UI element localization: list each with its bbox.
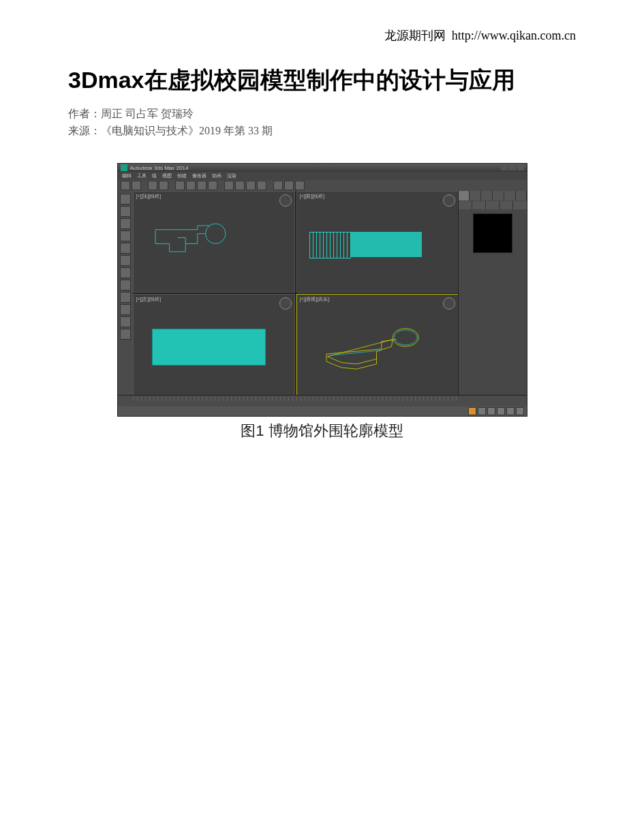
nav-icon[interactable] <box>487 407 495 415</box>
tool-icon[interactable] <box>120 304 131 315</box>
create-tab-icon[interactable] <box>459 191 470 200</box>
menu-bar[interactable]: 编辑 工具 组 视图 创建 修改器 动画 渲染 <box>118 172 527 180</box>
left-toolbar[interactable] <box>118 191 133 396</box>
site-name: 龙源期刊网 <box>384 29 446 42</box>
render-icon[interactable] <box>295 181 305 190</box>
maximize-icon[interactable] <box>509 165 516 170</box>
timeline-ruler[interactable] <box>133 397 459 401</box>
motion-tab-icon[interactable] <box>493 191 504 200</box>
viewcube-icon[interactable] <box>279 297 292 310</box>
viewport-label: [+][前][线框] <box>300 193 325 200</box>
author-label: 作者： <box>68 108 101 119</box>
time-slider-bar[interactable] <box>118 395 527 406</box>
rotate-icon[interactable] <box>197 181 206 190</box>
menu-item[interactable]: 创建 <box>177 173 187 179</box>
author-names: 周正 司占军 贺瑞玲 <box>101 108 194 119</box>
author-line: 作者：周正 司占军 贺瑞玲 <box>68 107 576 121</box>
command-panel[interactable] <box>458 191 527 406</box>
menu-item[interactable]: 视图 <box>162 173 172 179</box>
hierarchy-tab-icon[interactable] <box>481 191 492 200</box>
unlink-icon[interactable] <box>159 181 168 190</box>
menu-item[interactable]: 修改器 <box>192 173 206 179</box>
geometry-icon[interactable] <box>459 201 472 209</box>
svg-point-0 <box>206 224 226 243</box>
nav-icon[interactable] <box>497 407 505 415</box>
viewport-label: [+][透视][真实] <box>300 296 330 303</box>
tool-icon[interactable] <box>120 243 131 254</box>
nav-icon[interactable] <box>516 407 524 415</box>
helpers-icon[interactable] <box>513 201 526 209</box>
viewport-label: [+][顶][线框] <box>136 193 162 200</box>
close-icon[interactable] <box>517 165 524 170</box>
app-titlebar: Autodesk 3ds Max 2014 <box>118 164 527 172</box>
model-perspective <box>316 316 437 376</box>
play-icon[interactable] <box>478 407 486 415</box>
svg-point-2 <box>394 330 417 345</box>
cameras-icon[interactable] <box>500 201 512 209</box>
object-color-swatch[interactable] <box>473 213 512 253</box>
viewport-grid: [+][顶][线框] <box>133 191 459 396</box>
shapes-icon[interactable] <box>472 201 485 209</box>
menu-item[interactable]: 动画 <box>212 173 221 179</box>
figure-1: Autodesk 3ds Max 2014 编辑 工具 组 视图 创建 修改器 … <box>68 163 576 441</box>
align-icon[interactable] <box>257 181 266 190</box>
display-tab-icon[interactable] <box>504 191 515 200</box>
viewcube-icon[interactable] <box>443 297 455 310</box>
modify-tab-icon[interactable] <box>470 191 480 200</box>
auto-key-button[interactable] <box>468 407 476 415</box>
app-title: Autodesk 3ds Max 2014 <box>130 165 189 171</box>
tool-icon[interactable] <box>120 194 131 205</box>
article-title: 3Dmax在虚拟校园模型制作中的设计与应用 <box>68 63 576 98</box>
site-header: 龙源期刊网 http://www.qikan.com.cn <box>68 27 576 44</box>
menu-item[interactable]: 工具 <box>137 173 147 179</box>
tool-icon[interactable] <box>120 230 131 241</box>
scale-icon[interactable] <box>208 181 217 190</box>
mirror-icon[interactable] <box>246 181 256 190</box>
viewport-perspective[interactable]: [+][透视][真实] <box>296 294 459 396</box>
minimize-icon[interactable] <box>501 165 508 170</box>
menu-item[interactable]: 编辑 <box>122 173 132 179</box>
move-icon[interactable] <box>186 181 196 190</box>
utilities-tab-icon[interactable] <box>516 191 527 200</box>
model-front-mesh <box>309 232 438 257</box>
material-editor-icon[interactable] <box>273 181 283 190</box>
embedded-screenshot-3dsmax: Autodesk 3ds Max 2014 编辑 工具 组 视图 创建 修改器 … <box>117 163 527 417</box>
lights-icon[interactable] <box>486 201 499 209</box>
document-page: 龙源期刊网 http://www.qikan.com.cn 3Dmax在虚拟校园… <box>0 0 644 834</box>
tool-icon[interactable] <box>120 218 131 229</box>
viewport-top[interactable]: [+][顶][线框] <box>133 191 295 293</box>
nav-icon[interactable] <box>506 407 515 415</box>
model-top-outline <box>149 222 238 262</box>
link-icon[interactable] <box>148 181 157 190</box>
menu-item[interactable]: 渲染 <box>227 173 236 179</box>
angle-snap-icon[interactable] <box>235 181 245 190</box>
create-subtabs[interactable] <box>459 201 527 209</box>
command-panel-tabs[interactable] <box>459 191 527 200</box>
viewcube-icon[interactable] <box>443 194 455 207</box>
figure-caption: 图1 博物馆外围轮廓模型 <box>68 421 576 441</box>
tool-icon[interactable] <box>120 280 131 291</box>
viewport-left[interactable]: [+][左][线框] <box>133 294 295 396</box>
source-label: 来源： <box>68 125 101 136</box>
source-line: 来源：《电脑知识与技术》2019 年第 33 期 <box>68 124 576 138</box>
redo-icon[interactable] <box>132 181 141 190</box>
site-url[interactable]: http://www.qikan.com.cn <box>452 29 576 42</box>
tool-icon[interactable] <box>120 292 131 303</box>
main-toolbar[interactable] <box>118 180 527 191</box>
render-setup-icon[interactable] <box>284 181 294 190</box>
tool-icon[interactable] <box>120 206 131 217</box>
undo-icon[interactable] <box>121 181 130 190</box>
app-logo-icon <box>121 164 127 171</box>
model-left-mesh <box>153 329 265 364</box>
tool-icon[interactable] <box>120 255 131 266</box>
viewcube-icon[interactable] <box>279 194 292 207</box>
menu-item[interactable]: 组 <box>152 173 157 179</box>
svg-point-1 <box>393 329 418 346</box>
snap-icon[interactable] <box>224 181 234 190</box>
tool-icon[interactable] <box>120 329 131 340</box>
viewport-front[interactable]: [+][前][线框] <box>296 191 459 293</box>
select-icon[interactable] <box>175 181 185 190</box>
tool-icon[interactable] <box>120 316 131 327</box>
viewport-label: [+][左][线框] <box>136 296 162 303</box>
tool-icon[interactable] <box>120 267 131 278</box>
